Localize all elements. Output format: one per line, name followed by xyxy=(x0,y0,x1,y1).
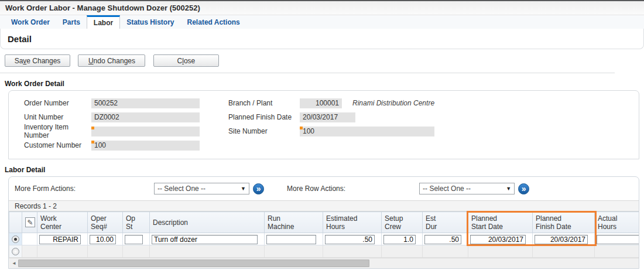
setup-crew-input[interactable] xyxy=(383,235,416,244)
col-header-line1: Planned xyxy=(471,214,529,223)
col-header-description: Description xyxy=(150,212,265,233)
close-label-post: ose xyxy=(184,57,195,65)
col-header-line1: Actual xyxy=(598,214,639,223)
col-header-oper-seq: OperSeq# xyxy=(88,212,123,233)
tab-status-history[interactable]: Status History xyxy=(120,15,180,29)
row-2-empty-cell xyxy=(150,245,265,258)
col-header-line1: Est xyxy=(426,214,465,223)
grid-actions-row: More Form Actions: -- Select One -- ▼ » … xyxy=(9,177,639,200)
order-number-label: Order Number xyxy=(24,99,91,107)
more-form-actions-selected-value: -- Select One -- xyxy=(157,185,205,193)
row-1-oper-seq-cell xyxy=(88,233,123,245)
row-1-planned-finish-date-cell xyxy=(533,233,595,245)
col-header-line2: Crew xyxy=(385,223,419,231)
tab-work-order[interactable]: Work Order xyxy=(5,15,56,29)
col-header-work-center: WorkCenter xyxy=(37,212,88,233)
more-row-actions-select[interactable]: -- Select One -- ▼ xyxy=(419,183,515,194)
grid-edit-pencil-icon[interactable]: ✎ xyxy=(25,217,35,227)
close-button[interactable]: Close xyxy=(153,54,219,67)
more-form-actions-label: More Form Actions: xyxy=(15,185,76,193)
site-number-value: 100 xyxy=(303,127,314,135)
col-header-line2: Start Date xyxy=(471,223,529,231)
row-1-op-st-cell xyxy=(123,233,150,245)
save-label-pre: Sa xyxy=(15,57,23,65)
inventory-item-number-label: Inventory Item Number xyxy=(24,123,91,139)
scrollbar-thumb[interactable] xyxy=(18,259,369,267)
row-2-empty-cell xyxy=(323,245,382,258)
planned-finish-date-row: Planned Finish Date 20/03/2017 xyxy=(213,110,434,124)
save-label-post: e Changes xyxy=(26,57,60,65)
row-1-work-center-cell xyxy=(37,233,88,245)
col-header-planned-finish-date: PlannedFinish Date xyxy=(533,212,595,233)
actual-hours-input[interactable] xyxy=(597,235,639,244)
col-header-estimated-hours: EstimatedHours xyxy=(323,212,382,233)
grid-header-row: ✎ WorkCenter OperSeq# OpSt Description R… xyxy=(9,212,640,233)
row-1-description-cell xyxy=(150,233,265,245)
visual-assist-marker-icon xyxy=(300,127,303,129)
grid-row-1 xyxy=(9,233,640,245)
horizontal-scrollbar[interactable]: ◄ xyxy=(9,258,639,268)
title-bar: Work Order Labor - Manage Shutdown Dozer… xyxy=(0,1,644,15)
tab-parts[interactable]: Parts xyxy=(56,15,87,29)
work-order-detail-section-title: Work Order Detail xyxy=(5,80,644,88)
col-header-op-st: OpSt xyxy=(123,212,150,233)
row-2-empty-cell xyxy=(88,245,123,258)
estimated-hours-input[interactable] xyxy=(325,235,375,244)
more-row-actions-label: More Row Actions: xyxy=(287,185,345,193)
toolbar-divider xyxy=(0,73,615,73)
est-dur-input[interactable] xyxy=(424,235,461,244)
col-header-line2: Hours xyxy=(598,223,639,231)
tab-related-actions[interactable]: Related Actions xyxy=(181,15,246,29)
col-header-line1: Work xyxy=(40,214,84,223)
row-2-empty-cell xyxy=(123,245,150,258)
unit-number-label: Unit Number xyxy=(24,113,91,121)
visual-assist-marker-icon xyxy=(91,141,94,144)
row-2-empty-cell xyxy=(423,245,468,258)
more-form-actions-select[interactable]: -- Select One -- ▼ xyxy=(154,183,249,194)
more-form-actions-go-button[interactable]: » xyxy=(253,183,264,194)
go-icon: » xyxy=(256,185,261,193)
go-icon: » xyxy=(522,185,526,193)
labor-detail-panel: More Form Actions: -- Select One -- ▼ » … xyxy=(8,176,639,269)
row-2-select-radio[interactable] xyxy=(12,248,19,255)
col-header-planned-start-date: PlannedStart Date xyxy=(468,212,533,233)
row-1-icon-cell xyxy=(22,233,37,245)
scroll-left-arrow-icon[interactable]: ◄ xyxy=(10,261,18,266)
row-1-estimated-hours-cell xyxy=(323,233,382,245)
run-machine-input[interactable] xyxy=(266,235,316,244)
row-1-select-cell xyxy=(9,233,22,245)
row-1-setup-crew-cell xyxy=(382,233,423,245)
op-st-input[interactable] xyxy=(125,235,143,244)
col-header-line1: Setup xyxy=(385,214,419,223)
col-header-line1: Description xyxy=(153,218,261,227)
more-row-actions-go-button[interactable]: » xyxy=(518,183,529,194)
grid-select-column-header xyxy=(9,212,22,233)
row-1-run-machine-cell xyxy=(265,233,323,245)
work-order-detail-panel: Order Number 500252 Unit Number DZ0002 I… xyxy=(8,90,639,159)
row-2-empty-cell xyxy=(595,245,640,258)
col-header-line2: Finish Date xyxy=(536,223,591,231)
customer-number-label: Customer Number xyxy=(24,141,91,149)
app-window: Work Order Labor - Manage Shutdown Dozer… xyxy=(0,0,644,280)
close-label-pre: C xyxy=(177,57,183,65)
row-1-select-radio[interactable] xyxy=(12,235,19,243)
row-2-empty-cell xyxy=(37,245,88,258)
grid-row-2 xyxy=(9,245,640,258)
work-center-input[interactable] xyxy=(39,235,81,244)
tab-labor[interactable]: Labor xyxy=(87,15,120,29)
oper-seq-input[interactable] xyxy=(90,235,116,244)
col-header-line1: Op xyxy=(126,214,146,223)
undo-label-accesskey: U xyxy=(88,57,94,65)
customer-number-field: 100 xyxy=(91,141,200,151)
grid-customize-column-header: ✎ xyxy=(22,212,37,233)
planned-start-date-input[interactable] xyxy=(470,235,526,244)
col-header-run-machine: RunMachine xyxy=(265,212,323,233)
col-header-line2: Center xyxy=(40,223,84,231)
planned-finish-date-input[interactable] xyxy=(535,235,588,244)
description-input[interactable] xyxy=(152,235,258,244)
col-header-setup-crew: SetupCrew xyxy=(382,212,423,233)
toolbar: Save Changes Undo Changes Close xyxy=(0,49,644,73)
undo-changes-button[interactable]: Undo Changes xyxy=(78,54,145,67)
page-title: Work Order Labor - Manage Shutdown Dozer… xyxy=(5,4,200,12)
save-changes-button[interactable]: Save Changes xyxy=(5,54,70,67)
